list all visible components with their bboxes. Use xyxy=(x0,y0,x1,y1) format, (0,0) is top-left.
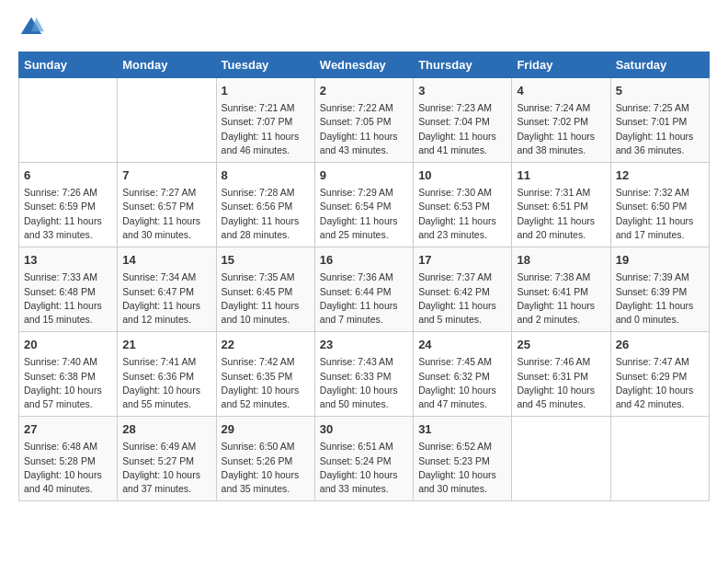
day-number: 14 xyxy=(122,252,210,269)
calendar-cell: 26Sunrise: 7:47 AMSunset: 6:29 PMDayligh… xyxy=(610,332,709,417)
day-number: 8 xyxy=(222,167,310,184)
calendar-cell: 13Sunrise: 7:33 AMSunset: 6:48 PMDayligh… xyxy=(19,247,118,332)
calendar-cell: 18Sunrise: 7:38 AMSunset: 6:41 PMDayligh… xyxy=(512,247,610,332)
day-number: 15 xyxy=(222,252,310,269)
cell-info: Sunrise: 6:48 AMSunset: 5:28 PMDaylight:… xyxy=(24,440,112,496)
day-number: 9 xyxy=(320,167,408,184)
col-header-wednesday: Wednesday xyxy=(314,52,413,78)
day-number: 20 xyxy=(24,337,112,353)
day-number: 6 xyxy=(24,167,112,184)
cell-info: Sunrise: 7:28 AMSunset: 6:56 PMDaylight:… xyxy=(222,186,310,242)
calendar-cell: 16Sunrise: 7:36 AMSunset: 6:44 PMDayligh… xyxy=(314,247,413,332)
calendar-cell: 31Sunrise: 6:52 AMSunset: 5:23 PMDayligh… xyxy=(414,417,512,501)
calendar-cell: 12Sunrise: 7:32 AMSunset: 6:50 PMDayligh… xyxy=(610,163,709,247)
day-number: 11 xyxy=(517,167,605,184)
cell-info: Sunrise: 7:33 AMSunset: 6:48 PMDaylight:… xyxy=(24,270,112,327)
calendar-cell: 8Sunrise: 7:28 AMSunset: 6:56 PMDaylight… xyxy=(216,163,314,247)
calendar-cell: 10Sunrise: 7:30 AMSunset: 6:53 PMDayligh… xyxy=(414,163,512,247)
week-row-1: 1Sunrise: 7:21 AMSunset: 7:07 PMDaylight… xyxy=(19,78,710,163)
day-number: 18 xyxy=(517,252,605,269)
day-number: 16 xyxy=(320,252,408,269)
page: SundayMondayTuesdayWednesdayThursdayFrid… xyxy=(0,0,728,516)
day-number: 2 xyxy=(320,83,408,99)
cell-info: Sunrise: 7:45 AMSunset: 6:32 PMDaylight:… xyxy=(418,355,506,411)
calendar-cell: 11Sunrise: 7:31 AMSunset: 6:51 PMDayligh… xyxy=(512,163,610,247)
col-header-friday: Friday xyxy=(512,52,610,78)
col-header-tuesday: Tuesday xyxy=(216,52,314,78)
cell-info: Sunrise: 7:31 AMSunset: 6:51 PMDaylight:… xyxy=(517,186,605,242)
cell-info: Sunrise: 7:30 AMSunset: 6:53 PMDaylight:… xyxy=(418,186,506,242)
calendar-cell: 6Sunrise: 7:26 AMSunset: 6:59 PMDaylight… xyxy=(19,163,118,247)
calendar-cell: 7Sunrise: 7:27 AMSunset: 6:57 PMDaylight… xyxy=(118,163,216,247)
header xyxy=(18,15,710,40)
col-header-saturday: Saturday xyxy=(610,52,709,78)
calendar-cell: 30Sunrise: 6:51 AMSunset: 5:24 PMDayligh… xyxy=(314,417,413,501)
day-number: 17 xyxy=(418,252,506,269)
calendar-cell: 19Sunrise: 7:39 AMSunset: 6:39 PMDayligh… xyxy=(610,247,709,332)
cell-info: Sunrise: 7:34 AMSunset: 6:47 PMDaylight:… xyxy=(122,270,210,327)
cell-info: Sunrise: 7:21 AMSunset: 7:07 PMDaylight:… xyxy=(222,101,310,157)
day-number: 23 xyxy=(320,337,408,353)
week-row-3: 13Sunrise: 7:33 AMSunset: 6:48 PMDayligh… xyxy=(19,247,710,332)
day-number: 1 xyxy=(222,83,310,99)
calendar-cell xyxy=(610,417,709,501)
cell-info: Sunrise: 7:42 AMSunset: 6:35 PMDaylight:… xyxy=(222,355,310,411)
calendar-table: SundayMondayTuesdayWednesdayThursdayFrid… xyxy=(18,52,710,501)
calendar-cell: 14Sunrise: 7:34 AMSunset: 6:47 PMDayligh… xyxy=(118,247,216,332)
calendar-cell xyxy=(19,78,118,163)
day-number: 30 xyxy=(320,421,408,438)
day-number: 5 xyxy=(616,83,704,99)
calendar-cell: 23Sunrise: 7:43 AMSunset: 6:33 PMDayligh… xyxy=(314,332,413,417)
col-header-thursday: Thursday xyxy=(414,52,512,78)
calendar-cell: 5Sunrise: 7:25 AMSunset: 7:01 PMDaylight… xyxy=(610,78,709,163)
cell-info: Sunrise: 6:52 AMSunset: 5:23 PMDaylight:… xyxy=(418,440,506,496)
week-row-5: 27Sunrise: 6:48 AMSunset: 5:28 PMDayligh… xyxy=(19,417,710,501)
calendar-cell: 28Sunrise: 6:49 AMSunset: 5:27 PMDayligh… xyxy=(118,417,216,501)
cell-info: Sunrise: 7:36 AMSunset: 6:44 PMDaylight:… xyxy=(320,270,408,327)
calendar-cell xyxy=(512,417,610,501)
cell-info: Sunrise: 7:39 AMSunset: 6:39 PMDaylight:… xyxy=(616,270,704,327)
cell-info: Sunrise: 7:37 AMSunset: 6:42 PMDaylight:… xyxy=(418,270,506,327)
cell-info: Sunrise: 7:27 AMSunset: 6:57 PMDaylight:… xyxy=(122,186,210,242)
day-number: 22 xyxy=(222,337,310,353)
calendar-cell: 21Sunrise: 7:41 AMSunset: 6:36 PMDayligh… xyxy=(118,332,216,417)
cell-info: Sunrise: 7:23 AMSunset: 7:04 PMDaylight:… xyxy=(418,101,506,157)
day-number: 12 xyxy=(616,167,704,184)
calendar-cell: 25Sunrise: 7:46 AMSunset: 6:31 PMDayligh… xyxy=(512,332,610,417)
day-number: 4 xyxy=(517,83,605,99)
cell-info: Sunrise: 7:29 AMSunset: 6:54 PMDaylight:… xyxy=(320,186,408,242)
calendar-cell: 29Sunrise: 6:50 AMSunset: 5:26 PMDayligh… xyxy=(216,417,314,501)
day-number: 7 xyxy=(122,167,210,184)
calendar-cell: 20Sunrise: 7:40 AMSunset: 6:38 PMDayligh… xyxy=(19,332,118,417)
cell-info: Sunrise: 7:35 AMSunset: 6:45 PMDaylight:… xyxy=(222,270,310,327)
cell-info: Sunrise: 6:50 AMSunset: 5:26 PMDaylight:… xyxy=(222,440,310,496)
calendar-cell: 1Sunrise: 7:21 AMSunset: 7:07 PMDaylight… xyxy=(216,78,314,163)
calendar-cell: 3Sunrise: 7:23 AMSunset: 7:04 PMDaylight… xyxy=(414,78,512,163)
cell-info: Sunrise: 7:26 AMSunset: 6:59 PMDaylight:… xyxy=(24,186,112,242)
cell-info: Sunrise: 7:40 AMSunset: 6:38 PMDaylight:… xyxy=(24,355,112,411)
day-number: 13 xyxy=(24,252,112,269)
header-row: SundayMondayTuesdayWednesdayThursdayFrid… xyxy=(19,52,710,78)
cell-info: Sunrise: 7:47 AMSunset: 6:29 PMDaylight:… xyxy=(616,355,704,411)
cell-info: Sunrise: 6:49 AMSunset: 5:27 PMDaylight:… xyxy=(122,440,210,496)
calendar-cell: 27Sunrise: 6:48 AMSunset: 5:28 PMDayligh… xyxy=(19,417,118,501)
calendar-cell: 22Sunrise: 7:42 AMSunset: 6:35 PMDayligh… xyxy=(216,332,314,417)
calendar-cell: 4Sunrise: 7:24 AMSunset: 7:02 PMDaylight… xyxy=(512,78,610,163)
day-number: 21 xyxy=(122,337,210,353)
calendar-cell: 24Sunrise: 7:45 AMSunset: 6:32 PMDayligh… xyxy=(414,332,512,417)
cell-info: Sunrise: 7:38 AMSunset: 6:41 PMDaylight:… xyxy=(517,270,605,327)
col-header-sunday: Sunday xyxy=(19,52,118,78)
day-number: 26 xyxy=(616,337,704,353)
logo xyxy=(18,15,48,40)
day-number: 27 xyxy=(24,421,112,438)
day-number: 25 xyxy=(517,337,605,353)
logo-icon xyxy=(18,15,44,40)
day-number: 10 xyxy=(418,167,506,184)
cell-info: Sunrise: 7:41 AMSunset: 6:36 PMDaylight:… xyxy=(122,355,210,411)
calendar-cell: 17Sunrise: 7:37 AMSunset: 6:42 PMDayligh… xyxy=(414,247,512,332)
cell-info: Sunrise: 7:46 AMSunset: 6:31 PMDaylight:… xyxy=(517,355,605,411)
col-header-monday: Monday xyxy=(118,52,216,78)
day-number: 24 xyxy=(418,337,506,353)
cell-info: Sunrise: 7:32 AMSunset: 6:50 PMDaylight:… xyxy=(616,186,704,242)
day-number: 31 xyxy=(418,421,506,438)
